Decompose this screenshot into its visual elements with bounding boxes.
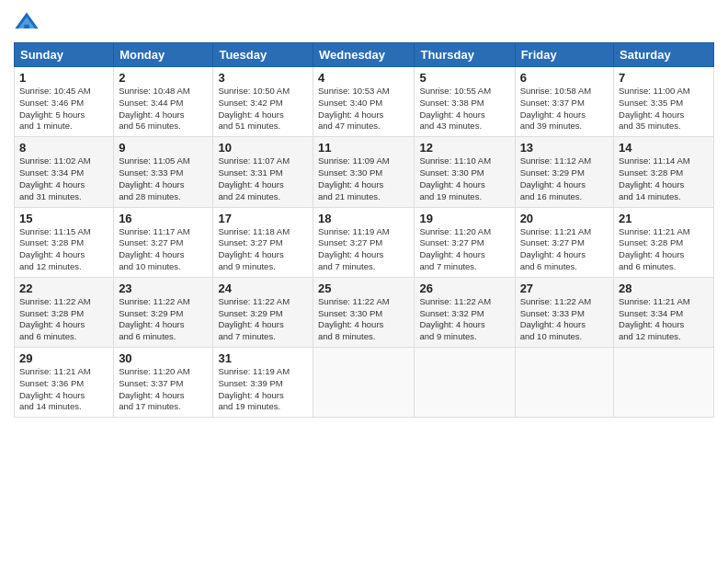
calendar-cell: [614, 348, 714, 418]
calendar-cell: 7Sunrise: 11:00 AMSunset: 3:35 PMDayligh…: [614, 67, 714, 137]
calendar-cell: 11Sunrise: 11:09 AMSunset: 3:30 PMDaylig…: [313, 137, 415, 207]
day-number: 12: [419, 141, 509, 155]
day-info: Sunrise: 11:22 AMSunset: 3:30 PMDaylight…: [318, 296, 409, 343]
day-info: Sunrise: 11:21 AMSunset: 3:34 PMDaylight…: [619, 296, 709, 343]
calendar-week-2: 8Sunrise: 11:02 AMSunset: 3:34 PMDayligh…: [15, 137, 714, 207]
day-number: 13: [520, 141, 609, 155]
day-number: 15: [19, 212, 108, 225]
calendar-cell: 18Sunrise: 11:19 AMSunset: 3:27 PMDaylig…: [313, 207, 415, 277]
day-info: Sunrise: 10:58 AMSunset: 3:37 PMDaylight…: [520, 86, 609, 132]
calendar-week-1: 1Sunrise: 10:45 AMSunset: 3:46 PMDayligh…: [15, 67, 714, 137]
day-number: 20: [520, 212, 609, 225]
day-number: 31: [218, 351, 308, 365]
calendar-cell: 21Sunrise: 11:21 AMSunset: 3:28 PMDaylig…: [614, 207, 714, 277]
calendar-header-sunday: Sunday: [15, 43, 114, 67]
day-number: 22: [19, 282, 108, 295]
day-number: 9: [119, 141, 208, 155]
day-number: 16: [119, 212, 208, 225]
day-number: 26: [419, 282, 509, 295]
day-info: Sunrise: 11:12 AMSunset: 3:29 PMDaylight…: [520, 155, 609, 202]
day-info: Sunrise: 11:22 AMSunset: 3:32 PMDaylight…: [419, 296, 509, 343]
day-info: Sunrise: 11:05 AMSunset: 3:33 PMDaylight…: [119, 155, 208, 202]
day-info: Sunrise: 11:17 AMSunset: 3:27 PMDaylight…: [119, 226, 208, 273]
day-number: 11: [318, 141, 409, 155]
day-number: 2: [119, 71, 208, 85]
calendar-cell: 10Sunrise: 11:07 AMSunset: 3:31 PMDaylig…: [213, 137, 313, 207]
calendar-cell: 16Sunrise: 11:17 AMSunset: 3:27 PMDaylig…: [114, 207, 213, 277]
calendar-cell: 19Sunrise: 11:20 AMSunset: 3:27 PMDaylig…: [415, 207, 515, 277]
calendar-cell: 31Sunrise: 11:19 AMSunset: 3:39 PMDaylig…: [213, 348, 313, 418]
calendar-week-3: 15Sunrise: 11:15 AMSunset: 3:28 PMDaylig…: [15, 207, 714, 277]
calendar-cell: 25Sunrise: 11:22 AMSunset: 3:30 PMDaylig…: [313, 277, 415, 347]
logo-icon: [14, 9, 40, 35]
day-info: Sunrise: 11:15 AMSunset: 3:28 PMDaylight…: [19, 226, 108, 273]
calendar-cell: 4Sunrise: 10:53 AMSunset: 3:40 PMDayligh…: [313, 67, 415, 137]
day-info: Sunrise: 10:48 AMSunset: 3:44 PMDaylight…: [119, 86, 208, 132]
page-container: SundayMondayTuesdayWednesdayThursdayFrid…: [0, 0, 728, 427]
day-number: 14: [619, 141, 709, 155]
day-number: 30: [119, 351, 208, 365]
calendar-cell: 20Sunrise: 11:21 AMSunset: 3:27 PMDaylig…: [515, 207, 613, 277]
calendar-cell: 28Sunrise: 11:21 AMSunset: 3:34 PMDaylig…: [614, 277, 714, 347]
day-info: Sunrise: 10:53 AMSunset: 3:40 PMDaylight…: [318, 86, 409, 132]
day-info: Sunrise: 11:07 AMSunset: 3:31 PMDaylight…: [218, 155, 308, 202]
calendar-cell: [313, 348, 415, 418]
calendar-header-row: SundayMondayTuesdayWednesdayThursdayFrid…: [15, 43, 714, 67]
day-number: 7: [619, 71, 709, 85]
day-info: Sunrise: 11:22 AMSunset: 3:33 PMDaylight…: [520, 296, 609, 343]
calendar-cell: 27Sunrise: 11:22 AMSunset: 3:33 PMDaylig…: [515, 277, 613, 347]
calendar-cell: 13Sunrise: 11:12 AMSunset: 3:29 PMDaylig…: [515, 137, 613, 207]
day-number: 29: [19, 351, 108, 365]
calendar-table: SundayMondayTuesdayWednesdayThursdayFrid…: [14, 42, 714, 418]
day-info: Sunrise: 11:20 AMSunset: 3:27 PMDaylight…: [419, 226, 509, 273]
calendar-cell: 15Sunrise: 11:15 AMSunset: 3:28 PMDaylig…: [15, 207, 114, 277]
calendar-cell: 29Sunrise: 11:21 AMSunset: 3:36 PMDaylig…: [15, 348, 114, 418]
day-number: 4: [318, 71, 409, 85]
day-number: 24: [218, 282, 308, 295]
day-number: 18: [318, 212, 409, 225]
calendar-cell: 22Sunrise: 11:22 AMSunset: 3:28 PMDaylig…: [15, 277, 114, 347]
calendar-cell: 24Sunrise: 11:22 AMSunset: 3:29 PMDaylig…: [213, 277, 313, 347]
calendar-cell: 9Sunrise: 11:05 AMSunset: 3:33 PMDayligh…: [114, 137, 213, 207]
day-info: Sunrise: 11:10 AMSunset: 3:30 PMDaylight…: [419, 155, 509, 202]
day-info: Sunrise: 11:20 AMSunset: 3:37 PMDaylight…: [119, 366, 208, 413]
calendar-cell: 26Sunrise: 11:22 AMSunset: 3:32 PMDaylig…: [415, 277, 515, 347]
day-number: 8: [19, 141, 108, 155]
logo: [14, 9, 43, 35]
day-number: 27: [520, 282, 609, 295]
day-info: Sunrise: 11:21 AMSunset: 3:36 PMDaylight…: [19, 366, 108, 413]
day-number: 28: [619, 282, 709, 295]
day-info: Sunrise: 11:22 AMSunset: 3:29 PMDaylight…: [218, 296, 308, 343]
calendar-cell: 8Sunrise: 11:02 AMSunset: 3:34 PMDayligh…: [15, 137, 114, 207]
day-number: 3: [218, 71, 308, 85]
calendar-header-saturday: Saturday: [614, 43, 714, 67]
calendar-cell: [515, 348, 613, 418]
calendar-header-friday: Friday: [515, 43, 613, 67]
calendar-cell: 1Sunrise: 10:45 AMSunset: 3:46 PMDayligh…: [15, 67, 114, 137]
calendar-week-5: 29Sunrise: 11:21 AMSunset: 3:36 PMDaylig…: [15, 348, 714, 418]
calendar-header-thursday: Thursday: [415, 43, 515, 67]
day-number: 10: [218, 141, 308, 155]
day-info: Sunrise: 10:55 AMSunset: 3:38 PMDaylight…: [419, 86, 509, 132]
calendar-cell: 12Sunrise: 11:10 AMSunset: 3:30 PMDaylig…: [415, 137, 515, 207]
calendar-header-wednesday: Wednesday: [313, 43, 415, 67]
calendar-cell: 14Sunrise: 11:14 AMSunset: 3:28 PMDaylig…: [614, 137, 714, 207]
calendar-cell: 3Sunrise: 10:50 AMSunset: 3:42 PMDayligh…: [213, 67, 313, 137]
day-info: Sunrise: 11:00 AMSunset: 3:35 PMDaylight…: [619, 86, 709, 132]
day-info: Sunrise: 10:45 AMSunset: 3:46 PMDaylight…: [19, 86, 108, 132]
calendar-cell: 2Sunrise: 10:48 AMSunset: 3:44 PMDayligh…: [114, 67, 213, 137]
day-number: 25: [318, 282, 409, 295]
day-info: Sunrise: 11:21 AMSunset: 3:28 PMDaylight…: [619, 226, 709, 273]
day-info: Sunrise: 11:18 AMSunset: 3:27 PMDaylight…: [218, 226, 308, 273]
calendar-cell: [415, 348, 515, 418]
day-number: 19: [419, 212, 509, 225]
day-info: Sunrise: 11:09 AMSunset: 3:30 PMDaylight…: [318, 155, 409, 202]
day-number: 1: [19, 71, 108, 85]
day-number: 21: [619, 212, 709, 225]
calendar-week-4: 22Sunrise: 11:22 AMSunset: 3:28 PMDaylig…: [15, 277, 714, 347]
calendar-cell: 30Sunrise: 11:20 AMSunset: 3:37 PMDaylig…: [114, 348, 213, 418]
calendar-header-monday: Monday: [114, 43, 213, 67]
calendar-cell: 6Sunrise: 10:58 AMSunset: 3:37 PMDayligh…: [515, 67, 613, 137]
day-number: 5: [419, 71, 509, 85]
day-number: 23: [119, 282, 208, 295]
